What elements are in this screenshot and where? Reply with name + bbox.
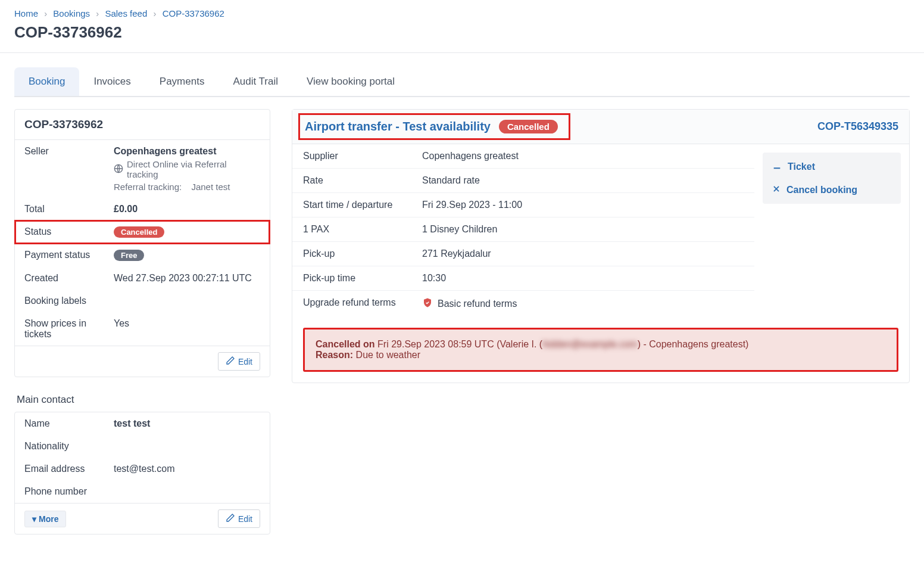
edit-contact-button[interactable]: Edit [218,509,260,528]
refund-terms-value: Basic refund terms [438,299,517,309]
breadcrumb-bookings[interactable]: Bookings [53,8,90,18]
reason-value: Due to weather [356,350,421,360]
breadcrumb: Home › Bookings › Sales feed › COP-33736… [0,0,924,21]
payment-status-label: Payment status [24,250,114,261]
status-row: Status Cancelled [15,220,270,244]
supplier-value: Copenhagens greatest [422,151,744,161]
pickup-label: Pick-up [303,248,422,259]
globe-icon [114,164,123,175]
breadcrumb-sep: › [153,8,156,18]
cancelled-hidden: hidden@example.com [542,339,637,349]
item-ref-link[interactable]: COP-T56349335 [817,120,898,133]
contact-phone-label: Phone number [24,486,114,497]
seller-label: Seller [24,146,114,192]
breadcrumb-sales-feed[interactable]: Sales feed [105,8,147,18]
close-icon [772,185,781,195]
cancelled-on-label: Cancelled on [316,339,375,349]
show-prices-label: Show prices in tickets [24,318,114,340]
ticket-action[interactable]: Ticket [763,155,901,179]
breadcrumb-current: COP-33736962 [163,8,224,18]
item-title-link[interactable]: Airport transfer - Test availability [305,120,491,133]
main-contact-title: Main contact [14,388,270,412]
seller-channel: Direct Online via Referral tracking [127,159,260,179]
contact-name-label: Name [24,418,114,429]
tab-booking[interactable]: Booking [14,67,79,96]
reason-label: Reason: [316,350,353,360]
tab-audit-trail[interactable]: Audit Trail [218,67,292,96]
booking-labels-label: Booking labels [24,296,114,306]
contact-email-value: test@test.com [114,464,260,474]
seller-name: Copenhagens greatest [114,146,216,156]
contact-email-label: Email address [24,464,114,474]
item-actions: Ticket Cancel booking [763,153,901,204]
breadcrumb-sep: › [44,8,47,18]
booking-item-card: Airport transfer - Test availability Can… [292,109,910,383]
referral-label: Referral tracking: [114,182,182,192]
main-contact-card: Name test test Nationality Email address… [14,412,270,534]
cancelled-after: ) - Copenhagens greatest) [638,339,749,349]
more-contact-button[interactable]: ▾ More [24,511,66,527]
status-badge: Cancelled [114,226,164,238]
pickup-time-label: Pick-up time [303,273,422,284]
cancelled-on-value: Fri 29.Sep 2023 08:59 UTC (Valerie I. ( [377,339,542,349]
created-value: Wed 27.Sep 2023 00:27:11 UTC [114,273,260,284]
caret-down-icon: ▾ [32,514,36,524]
download-icon [772,161,782,173]
page-title: COP-33736962 [0,21,924,52]
contact-name-value: test test [114,418,150,428]
contact-nationality-label: Nationality [24,441,114,452]
rate-label: Rate [303,175,422,186]
total-label: Total [24,204,114,215]
breadcrumb-home[interactable]: Home [14,8,38,18]
status-label: Status [24,226,114,238]
cancellation-info: Cancelled on Fri 29.Sep 2023 08:59 UTC (… [303,328,898,372]
refund-terms-label: Upgrade refund terms [303,297,422,310]
edit-icon [226,513,235,524]
tab-payments[interactable]: Payments [145,67,219,96]
start-time-value: Fri 29.Sep 2023 - 11:00 [422,200,744,210]
item-status-badge: Cancelled [499,120,558,133]
tab-bar: Booking Invoices Payments Audit Trail Vi… [14,67,910,97]
pickup-value: 271 Reykjadalur [422,248,744,259]
rate-value: Standard rate [422,175,744,186]
pax-value: 1 Disney Children [422,224,744,235]
show-prices-value: Yes [114,318,260,340]
supplier-label: Supplier [303,151,422,161]
cancel-booking-action[interactable]: Cancel booking [763,179,901,201]
breadcrumb-sep: › [96,8,99,18]
tab-invoices[interactable]: Invoices [79,67,145,96]
pickup-time-value: 10:30 [422,273,744,284]
tab-view-booking-portal[interactable]: View booking portal [292,67,409,96]
booking-ref-header: COP-33736962 [15,110,270,140]
payment-status-badge: Free [114,250,144,261]
edit-booking-button[interactable]: Edit [218,352,260,371]
booking-summary-card: COP-33736962 Seller Copenhagens greatest… [14,109,270,377]
created-label: Created [24,273,114,284]
total-value: £0.00 [114,204,138,214]
shield-icon [422,297,433,310]
pax-label: 1 PAX [303,224,422,235]
referral-value: Janet test [191,182,230,192]
start-time-label: Start time / departure [303,200,422,210]
edit-icon [226,356,235,367]
